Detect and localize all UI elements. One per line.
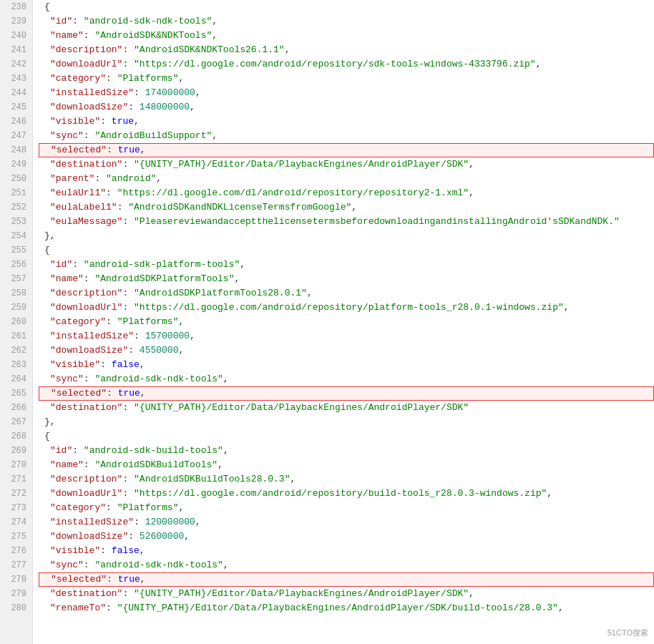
key-token: "category" [50, 315, 106, 329]
number-token: 148000000 [140, 100, 190, 114]
key-token: "downloadUrl" [50, 301, 122, 315]
code-line: "selected": true, [39, 572, 654, 587]
key-token: "selected" [51, 386, 107, 401]
comma-token: , [178, 343, 184, 358]
code-line: "id": "android-sdk-platform-tools", [39, 258, 654, 272]
line-number: 271 [0, 472, 32, 487]
line-number: 262 [0, 343, 32, 358]
bracket-token: { [44, 429, 50, 444]
string-token: "{UNITY_PATH}/Editor/Data/PlaybackEngine… [117, 601, 558, 615]
key-token: "visible" [50, 544, 100, 558]
line-number: 274 [0, 515, 32, 530]
string-token: "https://dl.google.com/dl/android/reposi… [117, 186, 469, 200]
string-token: "Platforms" [117, 72, 179, 86]
code-line: "eulaLabel1": "AndroidSDKandNDKLicenseTe… [39, 200, 654, 215]
bool-token: true [112, 114, 134, 129]
code-line: "eulaMessage": "Pleasereviewandacceptthe… [39, 215, 654, 229]
line-number: 259 [0, 301, 32, 315]
string-token: "android-sdk-ndk-tools" [94, 558, 223, 572]
line-number: 256 [0, 258, 32, 272]
colon-token: : [84, 29, 95, 43]
comma-token: , [558, 601, 564, 615]
string-token: "https://dl.google.com/android/repositor… [134, 57, 536, 72]
key-token: "downloadUrl" [50, 487, 122, 501]
colon-token: : [106, 601, 117, 615]
comma-token: , [223, 558, 229, 572]
colon-token: : [84, 129, 95, 143]
code-line: "visible": false, [39, 358, 654, 372]
string-token: "android-sdk-platform-tools" [84, 258, 240, 272]
string-token: "AndroidSDKBuildTools28.0.3" [134, 472, 290, 487]
code-line: "description": "AndroidSDK&NDKTools26.1.… [39, 43, 654, 57]
code-line: { [39, 429, 654, 444]
key-token: "renameTo" [50, 601, 106, 615]
line-number: 242 [0, 57, 32, 72]
line-number: 268 [0, 429, 32, 444]
colon-token: : [107, 572, 118, 587]
line-number-gutter: 2382392402412422432442452462472482492502… [0, 0, 33, 644]
colon-token: : [94, 172, 106, 186]
colon-token: : [122, 215, 134, 229]
colon-token: : [84, 558, 95, 572]
code-line: }, [39, 415, 654, 429]
key-token: "eulaUrl1" [50, 186, 106, 200]
key-token: "id" [50, 444, 72, 458]
colon-token: : [122, 286, 134, 301]
code-line: "sync": "android-sdk-ndk-tools", [39, 558, 654, 572]
comma-token: , [178, 315, 184, 329]
colon-token: : [122, 301, 134, 315]
code-content[interactable]: {"id": "android-sdk-ndk-tools","name": "… [33, 0, 654, 644]
comma-token: , [178, 72, 184, 86]
string-token: "Platforms" [117, 315, 179, 329]
colon-token: : [107, 386, 118, 401]
key-token: "selected" [51, 572, 107, 587]
colon-token: : [100, 544, 112, 558]
colon-token: : [107, 143, 118, 157]
comma-token: , [134, 114, 140, 129]
colon-token: : [128, 530, 140, 544]
line-number: 247 [0, 129, 32, 143]
string-token: "{UNITY_PATH}/Editor/Data/PlaybackEngine… [134, 401, 469, 415]
watermark: 51CTO搜索 [607, 628, 648, 638]
code-line: { [39, 243, 654, 258]
string-token: "Platforms" [117, 501, 179, 515]
line-number: 250 [0, 172, 32, 186]
code-line: "category": "Platforms", [39, 501, 654, 515]
string-token: "AndroidSDKBuildTools" [94, 458, 218, 472]
bracket-token: }, [44, 229, 56, 243]
comma-token: , [140, 143, 146, 157]
line-number: 280 [0, 601, 32, 615]
line-number: 241 [0, 43, 32, 57]
key-token: "description" [50, 286, 122, 301]
code-line: "name": "AndroidSDKBuildTools", [39, 458, 654, 472]
line-number: 257 [0, 272, 32, 286]
comma-token: , [469, 157, 474, 172]
key-token: "downloadSize" [50, 100, 128, 114]
comma-token: , [223, 372, 229, 386]
colon-token: : [122, 487, 134, 501]
colon-token: : [72, 258, 84, 272]
string-token: "Pleasereviewandacceptthelicensetermsbef… [134, 215, 620, 229]
comma-token: , [212, 29, 218, 43]
code-line: "downloadUrl": "https://dl.google.com/an… [39, 57, 654, 72]
string-token: "android-sdk-ndk-tools" [84, 14, 212, 29]
key-token: "visible" [50, 114, 100, 129]
line-number: 248 [0, 143, 32, 157]
comma-token: , [190, 100, 195, 114]
line-number: 246 [0, 114, 32, 129]
code-line: "parent": "android", [39, 172, 654, 186]
line-number: 238 [0, 0, 32, 14]
key-token: "parent" [50, 172, 94, 186]
line-number: 276 [0, 544, 32, 558]
key-token: "id" [50, 14, 72, 29]
code-line: }, [39, 229, 654, 243]
string-token: "https://dl.google.com/android/repositor… [134, 301, 564, 315]
key-token: "destination" [50, 401, 122, 415]
key-token: "destination" [50, 157, 122, 172]
code-line: "category": "Platforms", [39, 72, 654, 86]
line-number: 277 [0, 558, 32, 572]
colon-token: : [122, 57, 134, 72]
string-token: "android-sdk-build-tools" [84, 444, 223, 458]
comma-token: , [351, 200, 357, 215]
number-token: 15700000 [145, 329, 190, 343]
